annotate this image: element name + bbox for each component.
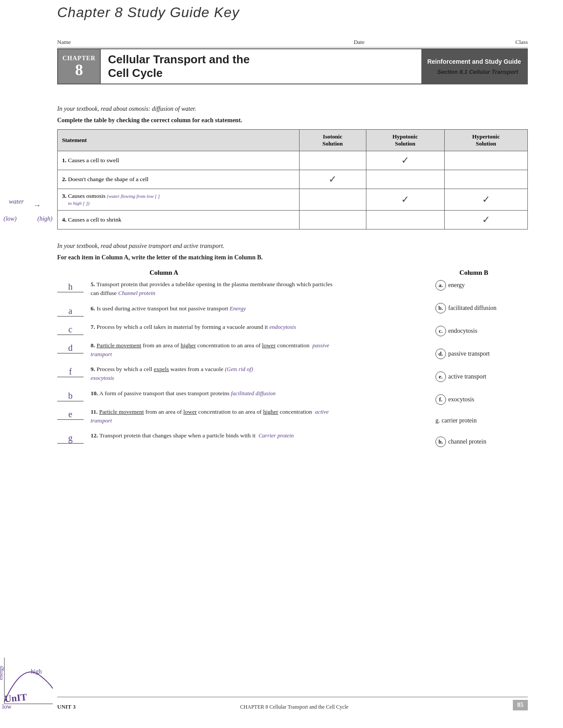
left-questions: h 5. Transport protein that provides a t… [57,280,431,459]
col-b-item-g: g. carrier protein [435,417,528,424]
col-b-item-b: b. facilitated diffusion [435,303,528,313]
reinforcement-badge: Reinforcement and Study Guide Section 8.… [421,49,527,84]
col-b-item-c: c. endocytosis [435,326,528,336]
table-cell-statement-1: 1. Causes a cell to swell [58,151,300,170]
answer-8: d [57,343,84,353]
page: Chapter 8 Study Guide Key Name Date Clas… [0,0,563,728]
table-cell-isotonic-4 [299,211,366,229]
hw-note-7: endocytosis [269,324,296,330]
osmosis-table: Statement IsotonicSolution HypotonicSolu… [57,129,528,229]
col-b-item-h: h. channel protein [435,437,528,447]
matching-row-9: f 9. Process by which a cell expels wast… [57,365,431,383]
hw-arrow-annotation: → [33,201,41,210]
name-label: Name [57,39,71,46]
circle-h: h. [435,437,446,447]
hw-note-12: Carrier protein [259,432,294,439]
section2-italic-instruction: In your textbook, read about passive tra… [57,243,528,250]
col-b-item-e: e. active transport [435,371,528,382]
col-b-item-a: a. energy [435,280,528,291]
col-a-header: Column A [150,269,178,277]
table-row: 1. Causes a cell to swell ✓ [58,151,528,170]
checkmark-2-isotonic: ✓ [329,174,336,185]
chapter-number: 8 [75,62,83,78]
table-cell-hypotonic-3: ✓ [366,189,444,211]
table-row: 4. Causes a cell to shrink ✓ [58,211,528,229]
hw-note-osmosis: (water flowing from low [ ] to high [ ]) [62,193,160,206]
answer-6: a [57,306,84,317]
footer-unit: UNIT 3 [57,703,76,710]
circle-d: d. [435,349,446,359]
name-date-class-line: Name Date Class [57,39,528,47]
question-11: 11. Particle movement from an area of lo… [91,408,337,426]
table-cell-statement-4: 4. Causes a cell to shrink [58,211,300,229]
checkmark-4-hypertonic: ✓ [482,214,490,225]
table-cell-hypertonic-3: ✓ [444,189,527,211]
col-b-item-d: d. passive transport [435,349,528,359]
hw-high-annotation: (high) [37,215,52,222]
hw-note-6: Energy [230,305,246,312]
right-answers: a. energy b. facilitated diffusion c. en… [431,280,528,459]
title-line2: Cell Cycle [108,66,162,80]
handwritten-title: Chapter 8 Study Guide Key [57,4,240,21]
answer-7: c [57,324,84,335]
section1-italic-instruction: In your textbook, read about osmosis: di… [57,106,528,113]
question-5: 5. Transport protein that provides a tub… [91,280,337,298]
answer-5: h [57,282,84,292]
question-6: 6. Is used during active transport but n… [91,304,337,313]
hw-low-annotation: (low) [4,215,17,222]
checkmark-3-hypertonic: ✓ [482,194,490,205]
date-label: Date [354,39,365,46]
low-label-bottom: low [2,703,11,710]
table-header-hypotonic: HypotonicSolution [366,130,444,151]
hw-note-9-extra: (Gets rid of) [225,366,253,372]
title-area: Cellular Transport and the Cell Cycle [101,49,421,84]
answer-12: g [57,433,84,444]
checkmark-1-hypotonic: ✓ [401,155,409,166]
table-cell-hypotonic-2 [366,170,444,189]
matching-row-7: c 7. Process by which a cell takes in ma… [57,323,431,335]
circle-f: f. [435,394,446,405]
footer-page-number: 85 [513,700,528,710]
matching-row-11: e 11. Particle movement from an area of … [57,408,431,426]
circle-e: e. [435,371,446,382]
matching-row-5: h 5. Transport protein that provides a t… [57,280,431,298]
table-header-statement: Statement [58,130,300,151]
header-banner: Chapter 8 Cellular Transport and the Cel… [57,48,528,84]
checkmark-3-hypotonic: ✓ [401,194,409,205]
table-header-hypertonic: HypertonicSolution [444,130,527,151]
hw-water-annotation: water [9,198,24,205]
table-cell-hypertonic-2 [444,170,527,189]
badge-title: Reinforcement and Study Guide [427,56,522,67]
unit-label-bottom: UnIT [4,692,27,705]
question-9: 9. Process by which a cell expels wastes… [91,365,337,383]
table-row: 2. Doesn't change the shape of a cell ✓ [58,170,528,189]
col-b-item-f: f. exocytosis [435,394,528,405]
columns-header: Column A Column B [57,269,528,277]
question-10: 10. A form of passive transport that use… [91,389,337,398]
circle-c: c. [435,326,446,336]
question-8: 8. Particle movement from an area of hig… [91,341,337,359]
answer-9: f [57,367,84,377]
footer: UNIT 3 CHAPTER 8 Cellular Transport and … [57,697,528,710]
high-label-bottom: high [31,668,42,675]
title-line1: Cellular Transport and the [108,53,249,66]
question-12: 12. Transport protein that changes shape… [91,431,337,440]
section2-bold-instruction: For each item in Column A, write the let… [57,254,528,261]
matching-row-12: g 12. Transport protein that changes sha… [57,431,431,444]
footer-chapter-text: CHAPTER 8 Cellular Transport and the Cel… [240,704,348,710]
energy-label-bottom: energy [0,666,4,680]
table-cell-isotonic-3 [299,189,366,211]
matching-section: h 5. Transport protein that provides a t… [57,280,528,459]
matching-row-6: a 6. Is used during active transport but… [57,304,431,317]
main-title: Cellular Transport and the Cell Cycle [108,53,414,80]
circle-b: b. [435,303,446,313]
table-cell-hypertonic-4: ✓ [444,211,527,229]
table-cell-statement-2: 2. Doesn't change the shape of a cell [58,170,300,189]
hw-note-9: exocytosis [91,375,114,381]
section-label: Section 8.1 Cellular Transport [427,67,522,77]
table-cell-isotonic-2: ✓ [299,170,366,189]
table-cell-statement-3: 3. Causes osmosis (water flowing from lo… [58,189,300,211]
matching-row-10: b 10. A form of passive transport that u… [57,389,431,401]
matching-row-8: d 8. Particle movement from an area of h… [57,341,431,359]
section2-area: In your textbook, read about passive tra… [57,243,528,459]
